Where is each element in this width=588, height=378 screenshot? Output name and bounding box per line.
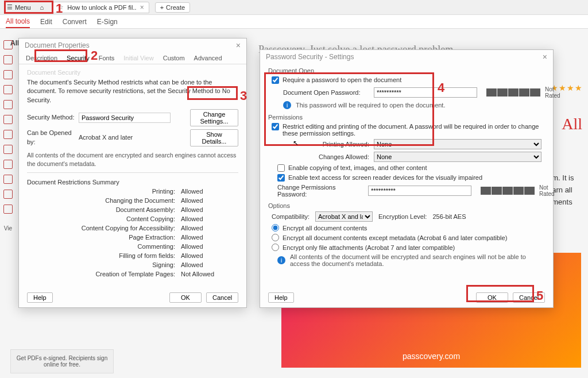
restriction-row: Changing the Document:Allowed: [27, 196, 238, 205]
close-icon[interactable]: ×: [543, 52, 547, 61]
info-text: This password will be required to open t…: [296, 102, 445, 109]
rail-icon[interactable]: [3, 175, 13, 184]
change-settings-button[interactable]: Change Settings...: [190, 109, 238, 126]
enable-copy-checkbox[interactable]: [277, 164, 285, 172]
create-button[interactable]: + Create: [155, 2, 190, 13]
home-icon: ⌂: [40, 4, 44, 11]
restriction-value: Allowed: [181, 243, 238, 250]
tab-fonts[interactable]: Fonts: [98, 52, 116, 64]
rail-icon[interactable]: [3, 205, 13, 214]
restriction-row: Content Copying for Accessibility:Allowe…: [27, 223, 238, 233]
open-password-input[interactable]: [374, 87, 477, 98]
help-button[interactable]: Help: [27, 292, 53, 303]
enable-access-row: Enable text access for screen reader dev…: [260, 173, 553, 183]
rail-icon[interactable]: [3, 130, 13, 139]
restriction-row: Page Extraction:Allowed: [27, 233, 238, 242]
restrictions-title: Document Restrictions Summary: [19, 176, 246, 187]
rail-icon[interactable]: [3, 115, 13, 124]
group-options: Options: [260, 199, 553, 210]
encrypt-all-row: Encrypt all document contents: [260, 223, 553, 233]
encrypt-except-meta-label: Encrypt all document contents except met…: [283, 234, 507, 241]
restriction-key: Filling of form fields:: [27, 252, 181, 259]
enable-copy-label: Enable copying of text, images, and othe…: [288, 164, 427, 171]
compatibility-row: Compatibility: Acrobat X and later Encry…: [260, 210, 553, 223]
esign-promo[interactable]: Get PDFs e-signed. Recipients sign onlin…: [10, 349, 114, 373]
dialog-footer: Help OK Cancel: [260, 292, 553, 303]
open-password-info: i This password will be required to open…: [260, 100, 553, 110]
change-pw-input[interactable]: [368, 186, 471, 196]
rail-icon[interactable]: [3, 100, 13, 109]
security-method-select[interactable]: [79, 113, 171, 123]
restriction-row: Content Copying:Allowed: [27, 214, 238, 223]
restriction-key: Document Assembly:: [27, 206, 181, 213]
left-tool-rail: Vie: [0, 34, 16, 264]
menu-button[interactable]: ☰ Menu: [3, 2, 34, 12]
ok-button[interactable]: OK: [169, 292, 202, 303]
encrypt-note: All contents of the document are encrypt…: [27, 149, 238, 168]
printing-allowed-row: Printing Allowed: None: [260, 138, 553, 151]
encryption-level-label: Encryption Level:: [378, 213, 427, 220]
home-button[interactable]: ⌂: [37, 3, 48, 12]
create-label: Create: [166, 4, 185, 11]
close-icon[interactable]: ×: [236, 41, 241, 50]
ok-button[interactable]: OK: [476, 292, 508, 303]
info-icon: i: [277, 256, 285, 264]
printing-select[interactable]: None: [374, 139, 541, 149]
rail-icon[interactable]: [3, 70, 13, 79]
restriction-value: Allowed: [181, 252, 238, 259]
tab-security[interactable]: Security: [65, 52, 91, 64]
rail-icon[interactable]: [3, 55, 13, 64]
dialog-titlebar: Password Security - Settings ×: [260, 50, 553, 64]
rail-icon[interactable]: [3, 40, 13, 49]
group-document-open: Document Open: [260, 64, 553, 75]
tab-advanced[interactable]: Advanced: [193, 52, 223, 64]
document-tab[interactable]: ☆ How to unlock a PDF fil.. ×: [53, 2, 149, 13]
restriction-key: Commenting:: [27, 243, 181, 250]
password-strength-meter: [486, 88, 540, 97]
info-icon: i: [283, 101, 291, 109]
encrypt-all-radio[interactable]: [272, 224, 279, 232]
dialog-title: Document Properties: [25, 41, 90, 49]
encrypt-except-meta-row: Encrypt all document contents except met…: [260, 233, 553, 242]
tab-initial-view[interactable]: Initial View: [122, 52, 154, 64]
security-method-label: Security Method:: [27, 113, 79, 122]
compat-label: Compatibility:: [272, 213, 310, 220]
cancel-button[interactable]: Cancel: [206, 292, 238, 303]
changes-select[interactable]: None: [374, 152, 541, 162]
password-strength-meter: [481, 187, 535, 195]
opened-by-value: Acrobat X and later: [79, 133, 133, 142]
require-password-checkbox[interactable]: [272, 76, 279, 84]
encrypt-attachments-radio[interactable]: [272, 244, 279, 251]
star-icon: ★: [575, 83, 582, 92]
section-label: Document Security: [19, 64, 246, 77]
view-label: Vie: [4, 225, 12, 232]
help-button[interactable]: Help: [268, 292, 294, 303]
plus-icon: +: [160, 4, 164, 11]
encrypt-except-meta-radio[interactable]: [272, 234, 279, 241]
tab-convert[interactable]: Convert: [63, 16, 87, 28]
star-icon: ☆: [58, 3, 64, 11]
restriction-row: Commenting:Allowed: [27, 242, 238, 251]
show-details-button[interactable]: Show Details...: [190, 129, 238, 146]
restriction-key: Changing the Document:: [27, 197, 181, 204]
rail-icon[interactable]: [3, 190, 13, 199]
rail-icon[interactable]: [3, 145, 13, 154]
restriction-row: Signing:Allowed: [27, 260, 238, 269]
cancel-button[interactable]: Cancel: [513, 292, 545, 303]
tab-esign[interactable]: E-Sign: [97, 16, 118, 28]
restrict-editing-checkbox[interactable]: [272, 123, 279, 130]
password-security-dialog: Password Security - Settings × Document …: [260, 49, 554, 308]
compat-select[interactable]: Acrobat X and later: [315, 211, 373, 222]
tab-edit[interactable]: Edit: [40, 16, 52, 28]
tab-all-tools[interactable]: All tools: [6, 16, 30, 28]
secondary-toolbar: All tools Edit Convert E-Sign: [0, 15, 588, 29]
tab-description[interactable]: Description: [25, 52, 59, 64]
restriction-key: Creation of Template Pages:: [27, 271, 181, 277]
rail-icon[interactable]: [3, 160, 13, 169]
opened-by-row: Can be Opened by: Acrobat X and later Sh…: [27, 129, 238, 146]
close-icon[interactable]: ×: [140, 3, 144, 11]
encrypt-attachments-label: Encrypt only file attachments (Acrobat 7…: [283, 244, 455, 251]
enable-access-checkbox[interactable]: [277, 174, 285, 182]
tab-custom[interactable]: Custom: [162, 52, 186, 64]
rail-icon[interactable]: [3, 85, 13, 94]
